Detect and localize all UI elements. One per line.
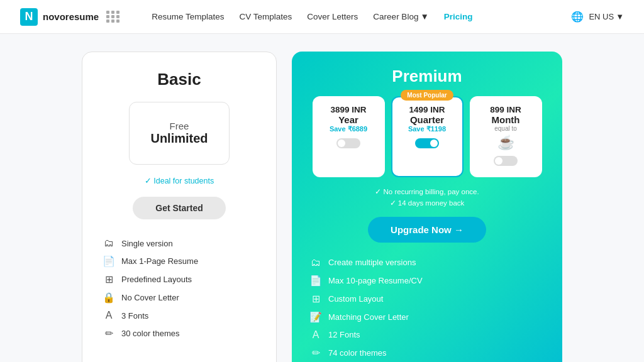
basic-price-free: Free [170,121,189,131]
multiple-versions-icon: 🗂 [309,257,322,268]
color-themes-icon: ✏ [103,327,115,339]
fonts-icon: A [103,310,115,321]
max-1page-icon: 📄 [103,255,115,267]
brand: N novoresume [20,8,120,26]
year-period: Year [338,114,358,125]
list-item: A 3 Fonts [103,307,256,324]
basic-ideal-text: Ideal for students [145,176,214,185]
month-price: 899 INR [490,105,521,114]
max-10page-icon: 📄 [309,275,322,287]
predefined-layouts-icon: ⊞ [103,273,115,285]
pricing-options: 3899 INR Year Save ₹6889 Most Popular 14… [309,96,545,177]
nav-career-blog[interactable]: Career Blog ▼ [367,8,435,25]
basic-price-unlimited: Unlimited [150,131,208,146]
nav-resume-templates[interactable]: Resume Templates [145,8,230,25]
list-item: 📄 Max 1-Page Resume [103,252,256,270]
cover-letter-icon: 📝 [309,311,322,323]
year-price: 3899 INR [330,105,366,114]
nav-cv-templates[interactable]: CV Templates [233,8,299,25]
month-toggle[interactable] [494,156,518,168]
nav-cover-letters[interactable]: Cover Letters [301,8,364,25]
coffee-icon: ☕ [497,134,514,151]
quarter-toggle[interactable] [415,138,439,151]
prem-fonts-icon: A [309,329,322,341]
list-item: 📄 Max 10-page Resume/CV [309,272,545,290]
navbar: N novoresume Resume Templates CV Templat… [0,0,644,34]
list-item: 🔒 No Cover Letter [103,288,256,307]
year-save: Save ₹6889 [330,125,367,133]
premium-notes: No recurring billing, pay once. 14 days … [375,186,479,209]
no-cover-letter-icon: 🔒 [103,292,115,304]
nav-pricing[interactable]: Pricing [438,8,479,25]
pricing-section: Basic Free Unlimited Ideal for students … [0,34,644,362]
basic-price-box: Free Unlimited [129,102,230,165]
basic-features-list: 🗂 Single version 📄 Max 1-Page Resume ⊞ P… [103,234,256,343]
premium-title: Premium [392,67,462,86]
quarter-period: Quarter [410,114,444,125]
basic-title: Basic [157,70,201,89]
month-period: Month [492,114,520,125]
brand-name: novoresume [43,11,99,22]
list-item: 🗂 Create multiple versions [309,254,545,272]
basic-plan-card: Basic Free Unlimited Ideal for students … [82,52,277,362]
list-item: 📝 Matching Cover Letter [309,308,545,326]
quarter-price: 1499 INR [409,105,445,114]
upgrade-button[interactable]: Upgrade Now → [368,217,486,243]
quarter-option[interactable]: Most Popular 1499 INR Quarter Save ₹1198 [391,96,464,177]
grid-icon [106,11,120,23]
month-equal: equal to [494,125,517,132]
premium-plan-card: Premium 3899 INR Year Save ₹6889 Most Po… [292,52,562,362]
premium-features-list: 🗂 Create multiple versions 📄 Max 10-page… [309,254,545,362]
single-version-icon: 🗂 [103,238,115,249]
list-item: 🗂 Single version [103,234,256,252]
year-toggle[interactable] [336,138,360,151]
nav-links: Resume Templates CV Templates Cover Lett… [145,8,571,25]
language-icon: 🌐 [571,11,584,23]
prem-color-themes-icon: ✏ [309,347,322,359]
list-item: ⊞ Custom Layout [309,290,545,308]
get-started-button[interactable]: Get Started [133,197,225,219]
list-item: ✏ 74 color themes [309,344,545,362]
custom-layout-icon: ⊞ [309,293,322,305]
nav-right: 🌐 EN US ▼ [571,11,624,23]
list-item: A 12 Fonts [309,326,545,344]
most-popular-badge: Most Popular [401,90,453,101]
brand-logo: N [20,8,38,26]
year-option[interactable]: 3899 INR Year Save ₹6889 [313,96,385,177]
month-option[interactable]: 899 INR Month equal to ☕ [470,96,542,177]
quarter-save: Save ₹1198 [408,125,446,133]
list-item: ✏ 30 color themes [103,324,256,343]
list-item: ⊞ Predefined Layouts [103,270,256,288]
language-selector[interactable]: EN US ▼ [589,12,624,21]
